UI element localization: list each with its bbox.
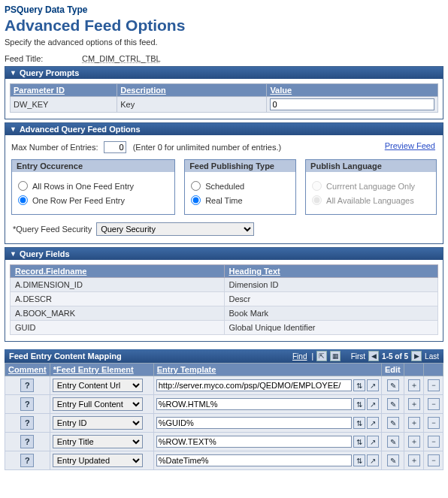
- prompt-param: DW_KEY: [11, 97, 117, 113]
- add-row-icon[interactable]: ＋: [408, 379, 420, 391]
- add-row-icon[interactable]: ＋: [408, 454, 420, 466]
- add-row-icon[interactable]: ＋: [408, 436, 420, 448]
- spinner-icon[interactable]: ⇅: [353, 454, 365, 466]
- delete-row-icon[interactable]: －: [428, 436, 440, 448]
- advanced-options-header[interactable]: ▼ Advanced Query Feed Options: [5, 123, 443, 135]
- help-icon[interactable]: ?: [20, 416, 34, 430]
- radio-label: All Rows in One Feed Entry: [32, 182, 134, 191]
- chevron-right-icon[interactable]: ▶: [411, 351, 422, 361]
- popup-icon[interactable]: ↗: [367, 398, 379, 410]
- feed-element-select[interactable]: Entry Updated: [53, 454, 143, 467]
- find-link[interactable]: Find: [292, 352, 307, 361]
- delete-row-icon[interactable]: －: [428, 454, 440, 466]
- feed-security-select[interactable]: Query Security: [96, 222, 254, 236]
- col-heading-text[interactable]: Heading Text: [224, 265, 438, 278]
- popup-icon[interactable]: ↗: [367, 436, 379, 448]
- delete-row-icon[interactable]: －: [428, 398, 440, 410]
- entry-template-input[interactable]: [156, 436, 352, 448]
- add-row-icon[interactable]: ＋: [408, 417, 420, 429]
- grid-icon[interactable]: ▦: [330, 351, 341, 361]
- table-row: GUIDGlobal Unique Identifier: [11, 321, 438, 335]
- query-fields-header[interactable]: ▼ Query Fields: [5, 248, 443, 260]
- group-title: Publish Language: [306, 160, 436, 172]
- mapping-title: Feed Entry Content Mapping: [9, 352, 122, 361]
- chevron-left-icon[interactable]: ◀: [368, 351, 379, 361]
- query-prompts-section: ▼ Query Prompts Parameter ID Description…: [5, 66, 443, 119]
- group-title: Feed Publishing Type: [185, 160, 295, 172]
- delete-row-icon[interactable]: －: [428, 379, 440, 391]
- nav-range: 1-5 of 5: [382, 352, 408, 361]
- radio-label: All Available Languages: [326, 196, 414, 205]
- prompt-value-input[interactable]: [270, 98, 434, 110]
- help-icon[interactable]: ?: [20, 454, 34, 467]
- table-row: A.BOOK_MARKBook Mark: [11, 306, 438, 321]
- scheduled-radio[interactable]: [191, 181, 201, 191]
- field-rec: GUID: [11, 321, 225, 335]
- prompt-desc: Key: [117, 97, 267, 113]
- table-row: ?Entry ID⇅↗✎＋－: [5, 414, 443, 433]
- radio-label: Real Time: [205, 196, 243, 205]
- popup-icon[interactable]: ↗: [367, 417, 379, 429]
- radio-label: One Row Per Feed Entry: [32, 196, 125, 205]
- delete-row-icon[interactable]: －: [428, 417, 440, 429]
- feed-element-select[interactable]: Entry Title: [53, 435, 143, 448]
- popup-icon[interactable]: ↗: [367, 454, 379, 466]
- edit-icon[interactable]: ✎: [387, 436, 399, 448]
- help-icon[interactable]: ?: [20, 435, 34, 448]
- col-template[interactable]: Entry Template: [153, 364, 381, 376]
- spinner-icon[interactable]: ⇅: [353, 417, 365, 429]
- spinner-icon[interactable]: ⇅: [353, 398, 365, 410]
- col-description[interactable]: Description: [117, 84, 267, 97]
- help-icon[interactable]: ?: [20, 379, 34, 392]
- feed-element-select[interactable]: Entry Content Url: [53, 379, 143, 392]
- edit-icon[interactable]: ✎: [387, 379, 399, 391]
- realtime-radio[interactable]: [191, 195, 201, 205]
- feed-title-label: Feed Title:: [5, 54, 65, 63]
- max-entries-hint: (Enter 0 for unlimited number of entries…: [133, 143, 281, 152]
- edit-icon[interactable]: ✎: [387, 454, 399, 466]
- field-rec: A.DIMENSION_ID: [11, 278, 225, 292]
- col-value[interactable]: Value: [267, 84, 438, 97]
- popup-icon[interactable]: ↗: [367, 379, 379, 391]
- edit-icon[interactable]: ✎: [387, 417, 399, 429]
- entry-one-row-radio[interactable]: [18, 195, 28, 205]
- entry-template-input[interactable]: [156, 454, 352, 466]
- entry-template-input[interactable]: [156, 398, 352, 410]
- section-title: Query Prompts: [20, 68, 79, 77]
- publish-language-group: Publish Language Currrent Language Only …: [305, 159, 437, 215]
- current-lang-radio: [312, 181, 322, 191]
- feed-element-select[interactable]: Entry Full Content: [53, 397, 143, 411]
- query-prompts-header[interactable]: ▼ Query Prompts: [5, 67, 443, 79]
- prompts-table: Parameter ID Description Value DW_KEY Ke…: [10, 83, 438, 113]
- feed-security-label: Query Feed Security: [13, 225, 92, 234]
- spinner-icon[interactable]: ⇅: [353, 379, 365, 391]
- col-element[interactable]: *Feed Entry Element: [50, 364, 153, 376]
- col-parameter-id[interactable]: Parameter ID: [11, 84, 117, 97]
- feed-title-value: CM_DIM_CTRL_TBL: [67, 54, 161, 63]
- advanced-options-section: ▼ Advanced Query Feed Options Max Number…: [5, 122, 443, 244]
- entry-all-rows-radio[interactable]: [18, 181, 28, 191]
- col-comment[interactable]: Comment: [5, 364, 50, 376]
- field-rec: A.BOOK_MARK: [11, 306, 225, 321]
- section-title: Query Fields: [20, 249, 70, 258]
- nav-last[interactable]: Last: [425, 352, 439, 361]
- nav-first[interactable]: First: [351, 352, 365, 361]
- edit-icon[interactable]: ✎: [387, 398, 399, 410]
- field-heading: Book Mark: [224, 306, 438, 321]
- entry-template-input[interactable]: [156, 417, 352, 429]
- all-lang-radio: [312, 195, 322, 205]
- entry-template-input[interactable]: [156, 379, 352, 391]
- col-record-fieldname[interactable]: Record.Fieldname: [11, 265, 225, 278]
- page-desc: Specify the advanced options of this fee…: [5, 38, 445, 47]
- publishing-type-group: Feed Publishing Type Scheduled Real Time: [184, 159, 296, 215]
- col-add: [404, 364, 424, 376]
- spinner-icon[interactable]: ⇅: [353, 436, 365, 448]
- export-icon[interactable]: ⇱: [316, 351, 327, 361]
- field-heading: Descr: [224, 292, 438, 306]
- max-entries-input[interactable]: [104, 141, 126, 153]
- feed-element-select[interactable]: Entry ID: [53, 416, 143, 430]
- preview-feed-link[interactable]: Preview Feed: [385, 141, 435, 150]
- help-icon[interactable]: ?: [20, 397, 34, 411]
- group-title: Entry Occurence: [12, 160, 174, 172]
- add-row-icon[interactable]: ＋: [408, 398, 420, 410]
